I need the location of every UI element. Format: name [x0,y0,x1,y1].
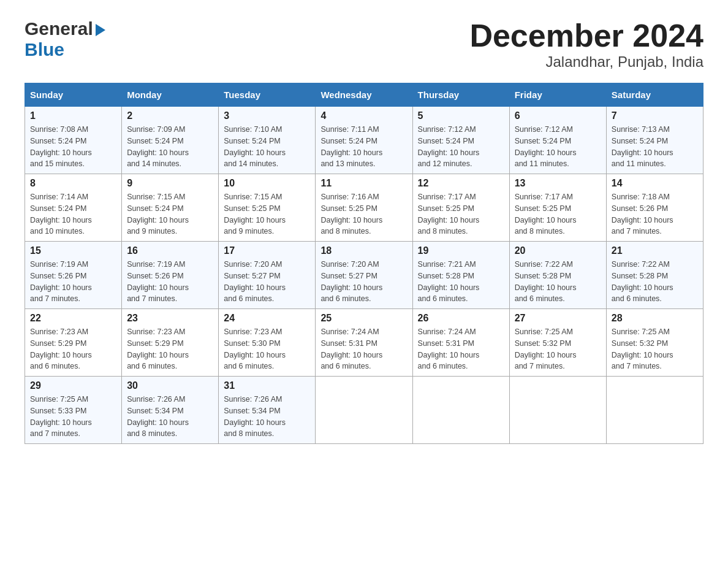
calendar-cell: 16Sunrise: 7:19 AMSunset: 5:26 PMDayligh… [122,242,219,309]
calendar-cell: 2Sunrise: 7:09 AMSunset: 5:24 PMDaylight… [122,107,219,174]
logo-arrow-icon [96,24,105,36]
day-number: 11 [320,178,407,189]
day-info: Sunrise: 7:09 AMSunset: 5:24 PMDaylight:… [127,124,213,170]
day-number: 12 [418,178,504,189]
day-number: 1 [30,110,116,121]
calendar-cell: 25Sunrise: 7:24 AMSunset: 5:31 PMDayligh… [316,309,412,377]
logo-blue-text: Blue [25,39,64,60]
calendar-cell: 30Sunrise: 7:26 AMSunset: 5:34 PMDayligh… [122,377,219,444]
page-header: General Blue December 2024 Jalandhar, Pu… [25,18,703,71]
calendar-cell: 11Sunrise: 7:16 AMSunset: 5:25 PMDayligh… [316,174,412,242]
day-number: 9 [127,178,213,189]
day-info: Sunrise: 7:17 AMSunset: 5:25 PMDaylight:… [515,191,601,237]
calendar-cell: 14Sunrise: 7:18 AMSunset: 5:26 PMDayligh… [606,174,703,242]
day-number: 5 [418,110,504,121]
day-of-week-header: Friday [509,83,606,107]
day-number: 31 [224,380,310,391]
calendar-cell: 15Sunrise: 7:19 AMSunset: 5:26 PMDayligh… [25,242,122,309]
day-info: Sunrise: 7:23 AMSunset: 5:29 PMDaylight:… [127,326,213,372]
day-info: Sunrise: 7:24 AMSunset: 5:31 PMDaylight:… [418,326,504,372]
day-number: 19 [418,245,504,256]
day-of-week-header: Thursday [412,83,509,107]
day-number: 24 [224,313,310,324]
calendar-cell: 26Sunrise: 7:24 AMSunset: 5:31 PMDayligh… [412,309,509,377]
day-of-week-header: Monday [122,83,219,107]
calendar-cell: 24Sunrise: 7:23 AMSunset: 5:30 PMDayligh… [219,309,316,377]
day-info: Sunrise: 7:08 AMSunset: 5:24 PMDaylight:… [30,124,116,170]
day-number: 13 [515,178,601,189]
day-number: 10 [224,178,310,189]
calendar-cell: 9Sunrise: 7:15 AMSunset: 5:24 PMDaylight… [122,174,219,242]
day-of-week-header: Saturday [606,83,703,107]
day-of-week-header: Sunday [25,83,122,107]
calendar-cell: 22Sunrise: 7:23 AMSunset: 5:29 PMDayligh… [25,309,122,377]
calendar-week-row: 15Sunrise: 7:19 AMSunset: 5:26 PMDayligh… [25,242,703,309]
calendar-cell: 5Sunrise: 7:12 AMSunset: 5:24 PMDaylight… [412,107,509,174]
calendar-subtitle: Jalandhar, Punjab, India [469,53,703,71]
calendar-cell: 29Sunrise: 7:25 AMSunset: 5:33 PMDayligh… [25,377,122,444]
logo-general-text: General [25,18,93,39]
calendar-cell: 6Sunrise: 7:12 AMSunset: 5:24 PMDaylight… [509,107,606,174]
day-number: 29 [30,380,116,391]
calendar-cell: 21Sunrise: 7:22 AMSunset: 5:28 PMDayligh… [606,242,703,309]
day-of-week-header: Tuesday [219,83,316,107]
calendar-cell: 13Sunrise: 7:17 AMSunset: 5:25 PMDayligh… [509,174,606,242]
day-number: 4 [320,110,407,121]
calendar-cell: 1Sunrise: 7:08 AMSunset: 5:24 PMDaylight… [25,107,122,174]
calendar-cell: 3Sunrise: 7:10 AMSunset: 5:24 PMDaylight… [219,107,316,174]
calendar-cell: 4Sunrise: 7:11 AMSunset: 5:24 PMDaylight… [316,107,412,174]
day-number: 16 [127,245,213,256]
calendar-week-row: 1Sunrise: 7:08 AMSunset: 5:24 PMDaylight… [25,107,703,174]
day-info: Sunrise: 7:23 AMSunset: 5:30 PMDaylight:… [224,326,310,372]
calendar-cell: 10Sunrise: 7:15 AMSunset: 5:25 PMDayligh… [219,174,316,242]
day-info: Sunrise: 7:20 AMSunset: 5:27 PMDaylight:… [224,259,310,305]
day-number: 26 [418,313,504,324]
day-number: 8 [30,178,116,189]
day-of-week-header: Wednesday [316,83,412,107]
calendar-cell [316,377,412,444]
calendar-cell: 12Sunrise: 7:17 AMSunset: 5:25 PMDayligh… [412,174,509,242]
day-number: 25 [320,313,407,324]
day-number: 15 [30,245,116,256]
day-info: Sunrise: 7:10 AMSunset: 5:24 PMDaylight:… [224,124,310,170]
calendar-title: December 2024 [469,18,703,53]
day-info: Sunrise: 7:25 AMSunset: 5:32 PMDaylight:… [515,326,601,372]
calendar-cell: 20Sunrise: 7:22 AMSunset: 5:28 PMDayligh… [509,242,606,309]
day-info: Sunrise: 7:16 AMSunset: 5:25 PMDaylight:… [320,191,407,237]
day-number: 18 [320,245,407,256]
calendar-header-row: SundayMondayTuesdayWednesdayThursdayFrid… [25,83,703,107]
day-info: Sunrise: 7:26 AMSunset: 5:34 PMDaylight:… [224,394,310,440]
day-number: 6 [515,110,601,121]
day-number: 7 [612,110,698,121]
day-info: Sunrise: 7:12 AMSunset: 5:24 PMDaylight:… [418,124,504,170]
day-info: Sunrise: 7:13 AMSunset: 5:24 PMDaylight:… [612,124,698,170]
day-number: 27 [515,313,601,324]
calendar-cell [412,377,509,444]
calendar-cell [606,377,703,444]
day-info: Sunrise: 7:18 AMSunset: 5:26 PMDaylight:… [612,191,698,237]
calendar-cell: 23Sunrise: 7:23 AMSunset: 5:29 PMDayligh… [122,309,219,377]
calendar-cell: 17Sunrise: 7:20 AMSunset: 5:27 PMDayligh… [219,242,316,309]
calendar-week-row: 29Sunrise: 7:25 AMSunset: 5:33 PMDayligh… [25,377,703,444]
calendar-table: SundayMondayTuesdayWednesdayThursdayFrid… [25,83,703,444]
day-number: 23 [127,313,213,324]
day-info: Sunrise: 7:15 AMSunset: 5:25 PMDaylight:… [224,191,310,237]
day-number: 22 [30,313,116,324]
day-info: Sunrise: 7:11 AMSunset: 5:24 PMDaylight:… [320,124,407,170]
day-number: 2 [127,110,213,121]
calendar-cell: 28Sunrise: 7:25 AMSunset: 5:32 PMDayligh… [606,309,703,377]
day-number: 3 [224,110,310,121]
day-info: Sunrise: 7:19 AMSunset: 5:26 PMDaylight:… [127,259,213,305]
calendar-week-row: 8Sunrise: 7:14 AMSunset: 5:24 PMDaylight… [25,174,703,242]
calendar-cell: 7Sunrise: 7:13 AMSunset: 5:24 PMDaylight… [606,107,703,174]
day-info: Sunrise: 7:19 AMSunset: 5:26 PMDaylight:… [30,259,116,305]
day-info: Sunrise: 7:24 AMSunset: 5:31 PMDaylight:… [320,326,407,372]
title-block: December 2024 Jalandhar, Punjab, India [469,18,703,71]
calendar-week-row: 22Sunrise: 7:23 AMSunset: 5:29 PMDayligh… [25,309,703,377]
day-info: Sunrise: 7:26 AMSunset: 5:34 PMDaylight:… [127,394,213,440]
calendar-cell: 27Sunrise: 7:25 AMSunset: 5:32 PMDayligh… [509,309,606,377]
day-info: Sunrise: 7:20 AMSunset: 5:27 PMDaylight:… [320,259,407,305]
day-info: Sunrise: 7:15 AMSunset: 5:24 PMDaylight:… [127,191,213,237]
calendar-cell: 31Sunrise: 7:26 AMSunset: 5:34 PMDayligh… [219,377,316,444]
day-number: 14 [612,178,698,189]
